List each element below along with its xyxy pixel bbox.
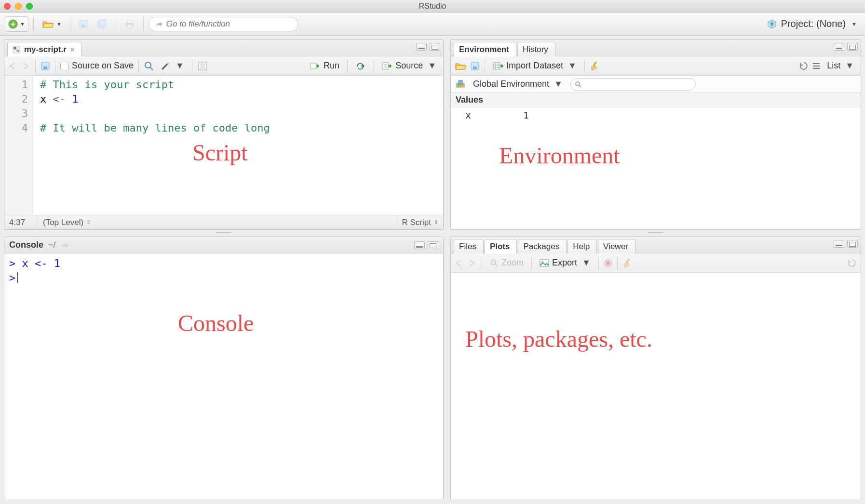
- cursor-position: 4:37: [4, 215, 38, 229]
- horizontal-splitter[interactable]: [450, 230, 861, 237]
- tab-label: History: [523, 45, 548, 54]
- svg-text:R: R: [16, 49, 19, 53]
- svg-rect-7: [127, 25, 132, 28]
- pane-minimize-icon[interactable]: [834, 240, 844, 248]
- nav-back-icon[interactable]: [8, 62, 18, 70]
- export-button[interactable]: Export ▼: [537, 257, 594, 269]
- separator: [33, 17, 34, 31]
- tab-files[interactable]: Files: [454, 239, 484, 253]
- broom-icon[interactable]: [590, 61, 599, 71]
- refresh-icon[interactable]: [847, 258, 857, 268]
- console-path: ~/: [48, 240, 56, 250]
- tab-plots[interactable]: Plots: [485, 239, 517, 253]
- source-label: Source: [395, 61, 423, 71]
- env-var-name: x: [465, 109, 523, 121]
- chevron-down-icon: ▼: [20, 21, 25, 27]
- env-var-value: 1: [523, 109, 529, 121]
- pane-maximize-icon[interactable]: [430, 43, 440, 51]
- pane-maximize-icon[interactable]: [847, 43, 858, 51]
- vertical-splitter[interactable]: [444, 40, 450, 500]
- editor-code[interactable]: # This is your script x <- 1 # It will b…: [33, 76, 270, 215]
- wand-icon: [160, 61, 171, 71]
- code-tools-button[interactable]: ▼: [157, 60, 187, 72]
- line-number: 3: [4, 106, 28, 121]
- horizontal-splitter[interactable]: [4, 230, 444, 237]
- run-button[interactable]: Run: [307, 60, 342, 72]
- close-tab-icon[interactable]: ×: [70, 46, 74, 53]
- refresh-icon[interactable]: [799, 61, 809, 71]
- tab-environment[interactable]: Environment: [454, 42, 516, 56]
- pane-minimize-icon[interactable]: [834, 43, 844, 51]
- tab-help[interactable]: Help: [568, 239, 597, 253]
- goto-file-function[interactable]: [149, 17, 298, 31]
- print-button[interactable]: [121, 16, 138, 32]
- plots-toolbar: Zoom Export ▼: [451, 253, 861, 273]
- tab-packages[interactable]: Packages: [518, 239, 567, 253]
- pane-minimize-icon[interactable]: [416, 43, 427, 51]
- nav-forward-icon[interactable]: [467, 259, 477, 267]
- chevron-down-icon: ▼: [176, 61, 184, 71]
- sort-icon: ⇕: [86, 219, 91, 225]
- nav-forward-icon[interactable]: [21, 62, 30, 70]
- pane-minimize-icon[interactable]: [414, 241, 425, 249]
- pane-maximize-icon[interactable]: [847, 240, 858, 248]
- close-window-icon[interactable]: [4, 3, 11, 10]
- broom-icon[interactable]: [622, 258, 632, 268]
- env-search[interactable]: [570, 78, 696, 91]
- source-on-save-checkbox[interactable]: [60, 62, 69, 70]
- new-file-button[interactable]: ▼: [5, 16, 28, 32]
- tab-history[interactable]: History: [517, 42, 555, 56]
- console-body[interactable]: > x <- 1 > Console: [4, 253, 443, 500]
- save-all-button[interactable]: [94, 16, 111, 32]
- svg-rect-4: [99, 20, 106, 27]
- source-editor[interactable]: 1 2 3 4 # This is your script x <- 1 # I…: [4, 76, 443, 215]
- separator: [143, 17, 144, 31]
- scope-selector[interactable]: Global Environment ▼: [470, 78, 566, 90]
- import-dataset-button[interactable]: Import Dataset ▼: [490, 60, 580, 72]
- maximize-window-icon[interactable]: [26, 3, 33, 10]
- source-pane: R my-script.r × Source on Save: [4, 40, 444, 230]
- chevron-down-icon: ▼: [568, 61, 577, 71]
- project-menu[interactable]: R Project: (None) ▼: [763, 16, 860, 32]
- language-selector[interactable]: R Script⇕: [397, 215, 443, 229]
- zoom-button[interactable]: Zoom: [487, 257, 527, 269]
- picture-icon: [540, 259, 549, 267]
- open-file-button[interactable]: ▼: [39, 16, 65, 32]
- env-variable-row[interactable]: x 1: [451, 107, 861, 123]
- find-icon[interactable]: [144, 61, 154, 71]
- env-search-input[interactable]: [584, 80, 691, 88]
- floppy-icon[interactable]: [470, 61, 480, 71]
- packages-cubes-icon: [456, 80, 465, 89]
- list-lines-icon[interactable]: [811, 62, 821, 70]
- tab-viewer[interactable]: Viewer: [598, 239, 635, 253]
- pane-maximize-icon[interactable]: [428, 241, 438, 249]
- chevron-down-icon: ▼: [582, 258, 591, 268]
- project-label: Project: (None): [781, 18, 846, 29]
- chevron-down-icon: ▼: [845, 61, 854, 71]
- source-statusbar: 4:37 (Top Level)⇕ R Script⇕: [4, 215, 443, 229]
- tab-label: Help: [573, 242, 590, 252]
- minimize-window-icon[interactable]: [15, 3, 22, 10]
- view-mode-button[interactable]: List ▼: [824, 60, 857, 72]
- notebook-icon[interactable]: [197, 61, 208, 71]
- save-button[interactable]: [75, 16, 92, 32]
- floppy-icon[interactable]: [41, 61, 50, 71]
- goto-input[interactable]: [166, 19, 292, 29]
- titlebar: RStudio: [0, 0, 865, 13]
- source-tab[interactable]: R my-script.r ×: [7, 42, 81, 56]
- nav-back-icon[interactable]: [455, 259, 464, 267]
- environment-pane: Environment History Import Dataset ▼ Lis…: [450, 40, 861, 230]
- tab-label: Plots: [490, 242, 510, 252]
- printer-icon: [124, 19, 135, 29]
- tab-label: Packages: [523, 242, 559, 252]
- folder-open-icon[interactable]: [455, 61, 467, 71]
- share-arrow-icon[interactable]: [61, 242, 69, 249]
- run-icon: [310, 62, 321, 70]
- code-token: <-: [46, 93, 72, 105]
- scope-selector[interactable]: (Top Level)⇕: [38, 215, 397, 229]
- remove-plot-icon[interactable]: [604, 259, 612, 267]
- annotation-plots: Plots, packages, etc.: [465, 326, 652, 352]
- source-button[interactable]: Source ▼: [379, 60, 439, 72]
- rerun-button[interactable]: [352, 61, 369, 71]
- chevron-down-icon: ▼: [554, 79, 563, 89]
